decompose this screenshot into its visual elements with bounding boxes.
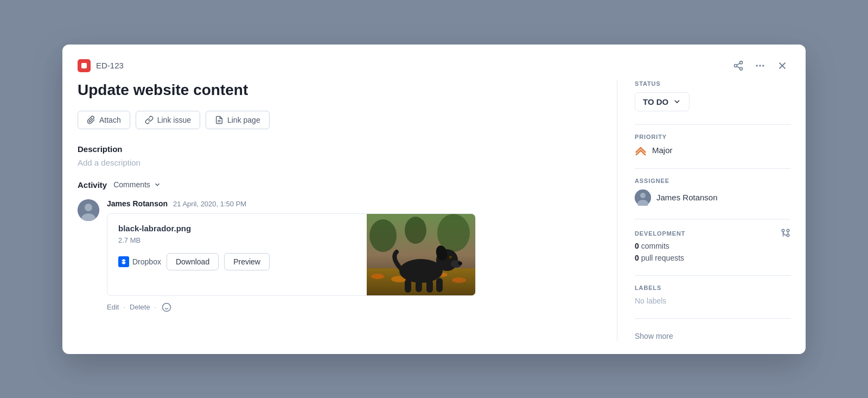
status-button[interactable]: TO DO — [635, 92, 690, 111]
attachment-actions: Dropbox Download Preview — [118, 253, 356, 270]
issue-id: ED-123 — [96, 61, 124, 70]
avatar-image — [78, 199, 99, 221]
share-button[interactable] — [731, 58, 746, 73]
modal-overlay: ED-123 — [0, 0, 868, 398]
svg-point-14 — [85, 204, 92, 211]
attachment-size: 2.7 MB — [118, 236, 356, 244]
link-page-button[interactable]: Link page — [206, 111, 270, 129]
modal-header: ED-123 — [62, 45, 806, 80]
assignee-row: James Rotanson — [635, 189, 790, 206]
dropbox-logo-icon — [120, 258, 127, 265]
avatar-svg — [78, 199, 99, 221]
action-buttons: Attach Link issue — [78, 111, 591, 129]
branch-icon — [781, 228, 790, 238]
svg-point-30 — [449, 256, 452, 259]
status-section-label: STATUS — [635, 80, 790, 87]
assignee-avatar — [635, 189, 651, 206]
commits-count: 0 — [635, 242, 639, 250]
stop-icon — [80, 62, 88, 70]
svg-point-44 — [782, 229, 784, 232]
attachment-thumbnail — [367, 214, 475, 295]
comments-filter-button[interactable]: Comments — [113, 180, 161, 189]
attachment-card: black-labrador.png 2.7 MB — [107, 213, 476, 296]
dropbox-button[interactable]: Dropbox — [118, 256, 161, 267]
edit-comment-button[interactable]: Edit — [107, 303, 119, 311]
svg-point-2 — [735, 64, 737, 67]
chevron-down-icon — [154, 181, 161, 188]
link-issue-button[interactable]: Link issue — [136, 111, 200, 129]
assignee-section: ASSIGNEE James Rotanson — [635, 178, 790, 206]
svg-rect-0 — [81, 63, 87, 68]
assignee-avatar-svg — [635, 189, 651, 206]
show-more-button[interactable]: Show more — [635, 332, 673, 340]
svg-rect-35 — [426, 280, 433, 293]
svg-point-8 — [762, 65, 764, 66]
page-icon — [215, 116, 224, 124]
svg-point-45 — [787, 229, 789, 232]
description-placeholder[interactable]: Add a description — [78, 158, 591, 167]
modal-header-actions — [731, 58, 790, 74]
issue-title: Update website content — [78, 80, 591, 100]
divider-4 — [635, 275, 790, 276]
pull-requests-count: 0 — [635, 254, 639, 262]
attachment-info: black-labrador.png 2.7 MB — [107, 214, 367, 295]
divider-3 — [635, 219, 790, 219]
labels-section-label: LABELS — [635, 285, 790, 291]
divider-5 — [635, 318, 790, 319]
description-label: Description — [78, 144, 591, 154]
priority-section-label: PRIORITY — [635, 134, 790, 140]
download-button[interactable]: Download — [167, 253, 219, 270]
svg-rect-34 — [416, 280, 422, 292]
pull-requests-row: 0 pull requests — [635, 254, 790, 262]
emoji-icon — [162, 302, 171, 312]
development-section-label: DEVELOPMENT — [635, 230, 685, 237]
svg-point-24 — [452, 277, 466, 283]
svg-point-1 — [740, 61, 743, 64]
preview-button[interactable]: Preview — [224, 253, 270, 270]
delete-comment-button[interactable]: Delete — [130, 303, 150, 311]
commits-row: 0 commits — [635, 242, 790, 250]
dropbox-label: Dropbox — [132, 257, 161, 266]
share-icon — [733, 60, 744, 71]
comment-timestamp: 21 April, 2020, 1:50 PM — [173, 200, 246, 208]
svg-point-7 — [759, 65, 761, 66]
priority-icon — [635, 146, 647, 155]
preview-label: Preview — [233, 257, 260, 266]
issue-modal: ED-123 — [62, 45, 806, 354]
link-issue-label: Link issue — [157, 116, 191, 124]
attachment-filename: black-labrador.png — [118, 224, 356, 233]
activity-title: Activity — [78, 180, 107, 189]
development-icon-button[interactable] — [781, 228, 790, 239]
development-header-row: DEVELOPMENT — [635, 228, 790, 239]
svg-point-19 — [405, 217, 426, 244]
divider-1 — [635, 124, 790, 125]
status-section: STATUS TO DO — [635, 80, 790, 111]
close-button[interactable] — [774, 58, 790, 74]
modal-header-left: ED-123 — [78, 59, 124, 72]
more-options-button[interactable] — [752, 58, 768, 73]
modal-main: Update website content Attach — [78, 80, 595, 341]
svg-point-17 — [369, 219, 397, 252]
svg-point-6 — [756, 65, 758, 66]
avatar — [78, 199, 99, 221]
status-chevron-icon — [673, 97, 681, 106]
ellipsis-icon — [755, 60, 765, 71]
svg-point-41 — [640, 193, 646, 198]
attach-icon — [87, 116, 95, 124]
download-label: Download — [176, 257, 209, 266]
assignee-name: James Rotanson — [656, 193, 718, 202]
comment-row: James Rotanson 21 April, 2020, 1:50 PM b… — [78, 199, 591, 313]
labels-section: LABELS No labels — [635, 285, 790, 305]
svg-point-29 — [458, 262, 462, 265]
labels-value: No labels — [635, 296, 790, 305]
issue-type-badge — [78, 59, 91, 72]
svg-point-43 — [787, 234, 789, 237]
separator: · — [123, 303, 125, 311]
emoji-reaction-button[interactable] — [161, 301, 173, 313]
svg-rect-33 — [405, 279, 411, 293]
attach-button[interactable]: Attach — [78, 111, 130, 129]
comment-content: James Rotanson 21 April, 2020, 1:50 PM b… — [107, 199, 591, 313]
dog-image-svg — [367, 214, 475, 295]
svg-line-5 — [737, 63, 740, 65]
development-section: DEVELOPMENT 0 commits 0 pull — [635, 228, 790, 262]
